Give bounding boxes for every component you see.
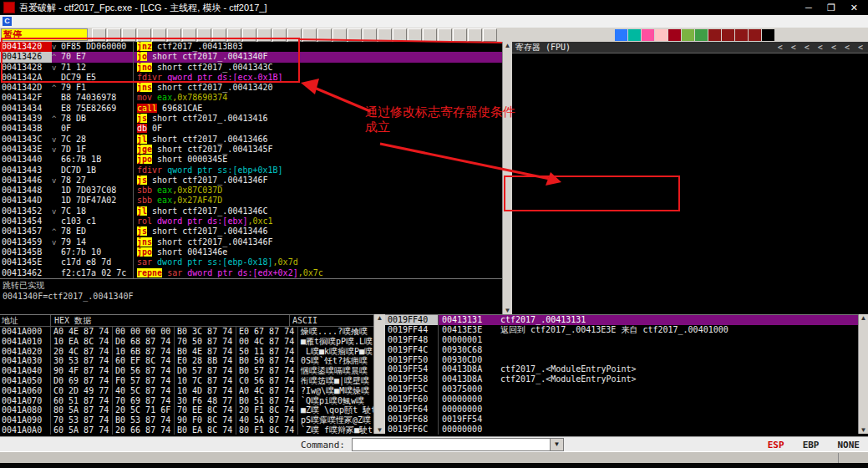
disasm-row[interactable]: 0041342D ^ 79 F1 jns short ctf2017_.0041… <box>0 83 502 93</box>
close-button[interactable]: ✕ <box>850 3 858 13</box>
disasm-row[interactable]: 00413446 v 78 27 js short ctf2017_.00413… <box>0 176 502 186</box>
stack-row[interactable]: 0019FF68 0019FF54 <box>385 415 858 425</box>
toolbar-button[interactable] <box>257 28 272 42</box>
plugin-icon[interactable] <box>655 29 667 41</box>
toolbar-button[interactable] <box>107 28 121 42</box>
plugin-icon[interactable] <box>682 29 694 41</box>
register-row[interactable] <box>512 94 868 104</box>
disasm-row[interactable]: 00413448 1D 7D037C08 sbb eax,0x87C037D <box>0 186 502 196</box>
toolbar-button[interactable] <box>227 28 241 42</box>
register-row[interactable] <box>512 84 868 94</box>
dump-row[interactable]: 0041A010 10 EA 8C 74 D0 68 87 74 70 50 8… <box>0 337 373 347</box>
stack-row[interactable]: 0019FF6C 00000000 <box>385 425 858 435</box>
register-row[interactable] <box>512 256 868 266</box>
register-row[interactable] <box>512 140 868 150</box>
dump-row[interactable]: 0041A080 80 5A 87 74 20 5C 71 6F 70 EE 8… <box>0 405 373 415</box>
disasm-row[interactable]: 00413443 DC7D 1B fdivr qword ptr ss:[ebp… <box>0 165 502 176</box>
stack-row[interactable]: 0019FF64 00000000 <box>385 404 858 415</box>
plugin-icon[interactable] <box>762 29 774 41</box>
plugin-icon[interactable] <box>708 29 721 41</box>
toolbar-button[interactable] <box>137 28 151 42</box>
dump-row[interactable]: 0041A070 60 51 87 74 70 69 87 74 30 F6 4… <box>0 396 373 406</box>
toolbar-button[interactable] <box>152 28 166 42</box>
toolbar-button[interactable] <box>378 28 392 42</box>
disasm-row[interactable]: 0041342F B8 74036978 mov eax,0x78690374 <box>0 93 502 103</box>
toolbar-button[interactable] <box>468 28 482 42</box>
register-row[interactable] <box>512 242 868 252</box>
toolbar-button[interactable] <box>332 28 347 42</box>
toolbar-button[interactable] <box>287 28 302 42</box>
register-row[interactable] <box>512 286 868 296</box>
command-input[interactable] <box>353 439 550 450</box>
dump-row[interactable]: 0041A0A0 60 5A 87 74 20 66 87 74 B0 EA 8… <box>0 425 373 435</box>
register-row[interactable] <box>512 104 868 114</box>
disasm-row[interactable]: 0041343B 0F db 0F <box>0 124 502 134</box>
disasm-row[interactable]: 0041342A DC79 E5 fdivr qword ptr ds:[ecx… <box>0 73 502 83</box>
disasm-row[interactable]: 00413459 v 79 14 jns short ctf2017_.0041… <box>0 237 502 247</box>
collapse-marks[interactable]: < < < < < < < <box>778 42 865 53</box>
disasm-row[interactable]: 0041343C v 7C 28 jl short ctf2017_.00413… <box>0 135 502 145</box>
plugin-icon[interactable] <box>615 29 627 41</box>
toolbar-button[interactable] <box>272 28 287 42</box>
register-row[interactable] <box>512 134 868 140</box>
register-row[interactable] <box>512 296 868 306</box>
stack-row[interactable]: 0019FF4C 00930C68 <box>385 345 858 355</box>
toolbar-button[interactable] <box>423 28 437 42</box>
dump-row[interactable]: 0041A090 70 53 87 74 B0 53 87 74 90 F0 8… <box>0 415 373 425</box>
scroll-down-icon[interactable]: ▼ <box>377 426 383 434</box>
scroll-up-icon[interactable]: ▲ <box>860 314 867 322</box>
dump-row[interactable]: 0041A000 A0 4E 87 74 00 00 00 00 B0 3C 8… <box>0 327 373 337</box>
toolbar-button[interactable] <box>393 28 407 42</box>
plugin-icon[interactable] <box>642 29 654 41</box>
disasm-row[interactable]: 00413426 ^ 70 E7 jo short ctf2017_.00413… <box>0 52 502 62</box>
toolbar-button[interactable] <box>242 28 256 42</box>
disasm-row[interactable]: 0041345E c17d e8 7d sar dword ptr ss:[eb… <box>0 257 502 267</box>
disasm-row[interactable]: 0041343E v 7D 1F jge short ctf2017_.0041… <box>0 145 502 155</box>
disasm-row[interactable]: 00413462 f2:c17a 02 7c repne sar dword p… <box>0 268 502 278</box>
register-row[interactable] <box>512 217 868 227</box>
dump-row[interactable]: 0041A050 D0 69 87 74 F0 57 87 74 10 7C 8… <box>0 376 373 386</box>
toolbar-button[interactable] <box>438 28 452 42</box>
toolbar-button[interactable] <box>167 28 181 42</box>
disasm-row[interactable]: 00413439 ^ 78 DB js short ctf2017_.00413… <box>0 114 502 124</box>
disasm-row[interactable]: 0041345B 67:7b 10 jpo short 0041346e <box>0 247 502 257</box>
register-row[interactable] <box>512 187 868 197</box>
plugin-icon[interactable] <box>722 29 734 41</box>
register-row[interactable] <box>512 64 868 74</box>
register-row[interactable] <box>512 114 868 124</box>
disasm-row[interactable]: 0041344D 1D 7DF47A02 sbb eax,0x27AF47D <box>0 196 502 206</box>
register-row[interactable] <box>512 207 868 217</box>
combobox-dropdown-icon[interactable]: ▼ <box>550 439 563 450</box>
register-row[interactable] <box>512 266 868 276</box>
register-row[interactable] <box>512 197 868 207</box>
disasm-row[interactable]: 00413454 c103 c1 rol dword ptr ds:[ebx],… <box>0 216 502 226</box>
register-row[interactable] <box>512 167 868 177</box>
scroll-up-icon[interactable]: ▲ <box>505 42 511 49</box>
dump-row[interactable]: 0041A030 30 53 87 74 60 EF 8C 74 E0 28 8… <box>0 356 373 366</box>
register-row[interactable] <box>512 177 868 187</box>
stack-row[interactable]: 0019FF44 00413E3E 返回到 ctf2017_.00413E3E … <box>385 325 858 335</box>
toolbar-button[interactable] <box>348 28 362 42</box>
stack-row[interactable]: 0019FF5C 00375000 <box>385 384 858 394</box>
esp-indicator[interactable]: ESP <box>768 440 784 450</box>
scroll-down-icon[interactable]: ▼ <box>860 426 867 434</box>
toolbar-button[interactable] <box>212 28 226 42</box>
disasm-row[interactable]: 00413452 v 7C 18 jl short ctf2017_.00413… <box>0 206 502 216</box>
stack-row[interactable]: 0019FF40 00413131 ctf2017_.00413131 <box>385 315 858 325</box>
command-combobox[interactable]: ▼ <box>352 438 564 451</box>
plugin-icon[interactable] <box>749 29 761 41</box>
register-row[interactable] <box>512 227 868 237</box>
scroll-up-icon[interactable]: ▲ <box>377 314 383 322</box>
dump-row[interactable]: 0041A060 C0 2D 49 77 40 5C 87 74 10 4D 8… <box>0 386 373 396</box>
disasm-row[interactable]: 00413457 ^ 78 ED js short ctf2017_.00413… <box>0 226 502 237</box>
stack-row[interactable]: 0019FF50 00930CD0 <box>385 355 858 365</box>
dump-row[interactable]: 0041A020 20 4C 87 74 10 6B 87 74 B0 4E 8… <box>0 347 373 357</box>
dump-row[interactable]: 0041A040 90 4F 87 74 D0 56 87 74 D0 57 8… <box>0 366 373 376</box>
register-row[interactable] <box>512 74 868 84</box>
register-row[interactable] <box>512 157 868 167</box>
toolbar-button[interactable] <box>182 28 196 42</box>
disasm-row[interactable]: 00413428 v 71 12 jno short ctf2017_.0041… <box>0 63 502 73</box>
disasm-row[interactable]: 00413440 66:7B 1B jpo short 0000345E <box>0 155 502 165</box>
disasm-row[interactable]: 00413434 E8 75E82669 call 69681CAE <box>0 104 502 114</box>
plugin-icon[interactable] <box>735 29 748 41</box>
